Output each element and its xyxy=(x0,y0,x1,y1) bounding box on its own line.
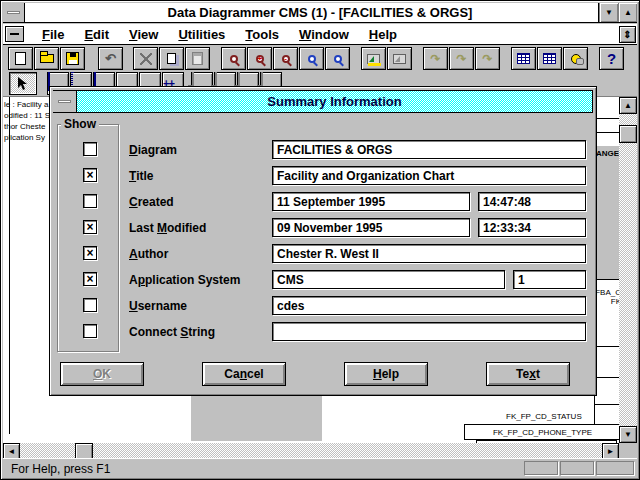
new-icon xyxy=(9,48,32,69)
zoom-in-icon: + xyxy=(248,48,271,69)
window-title: Data Diagrammer CMS (1) - [FACILITIES & … xyxy=(3,5,637,20)
undo-button[interactable]: ↶ xyxy=(98,47,123,70)
zoom-page-button[interactable] xyxy=(299,47,324,70)
entity-box xyxy=(595,98,622,146)
open-button[interactable] xyxy=(34,47,59,70)
navigate-forward-button[interactable]: ↷ xyxy=(449,47,474,70)
select-tool-button[interactable] xyxy=(9,72,37,95)
cut-icon xyxy=(134,48,157,69)
status-cell xyxy=(560,461,594,475)
help-button[interactable]: ? xyxy=(599,47,624,70)
help-dialog-button[interactable]: Help xyxy=(344,362,428,386)
menu-help[interactable]: Help xyxy=(359,27,407,42)
save-button[interactable] xyxy=(60,47,85,70)
field-diagram[interactable]: FACILITIES & ORGS xyxy=(272,140,586,159)
field-modified-date[interactable]: 09 November 1995 xyxy=(272,218,470,237)
checkbox-title[interactable]: × xyxy=(83,168,97,182)
help-icon: ? xyxy=(600,48,623,69)
menu-bar: File Edit View Utilities Tools Window He… xyxy=(3,24,637,45)
fk-phone-type-box: FK_FP_CD_PHONE_TYPE xyxy=(464,424,621,440)
fk-phone-type-label: FK_FP_CD_PHONE_TYPE xyxy=(493,428,592,437)
label-connect-string: Connect String xyxy=(129,325,215,339)
mdi-restore-button[interactable]: ⇕ xyxy=(619,26,636,43)
maximize-button[interactable]: ▲ xyxy=(618,3,637,22)
scroll-up-button[interactable]: ▲ xyxy=(619,97,637,114)
label-diagram: Diagram xyxy=(129,143,177,157)
application-window: Data Diagrammer CMS (1) - [FACILITIES & … xyxy=(0,0,640,480)
menu-tools[interactable]: Tools xyxy=(235,27,289,42)
status-message: For Help, press F1 xyxy=(11,462,110,476)
table-usages-button[interactable] xyxy=(537,47,562,70)
navigate-up-button[interactable]: ↷ xyxy=(423,47,448,70)
minimize-button[interactable]: ▼ xyxy=(599,3,618,22)
zoom-out-button[interactable]: - xyxy=(273,47,298,70)
checkbox-diagram[interactable] xyxy=(83,142,97,156)
dialog-title-bar: Summary Information xyxy=(53,90,593,113)
navigate-back-button[interactable]: ↷ xyxy=(475,47,500,70)
vertical-scrollbar-track[interactable] xyxy=(619,97,637,443)
copy-button[interactable] xyxy=(159,47,184,70)
fit-diagram-button[interactable] xyxy=(361,47,386,70)
entity-gray-block: ANGEM xyxy=(595,146,622,279)
entity-gray-box xyxy=(191,396,322,441)
menu-view[interactable]: View xyxy=(119,27,168,42)
navigate-back-icon: ↷ xyxy=(476,48,499,69)
text-button[interactable]: Text xyxy=(486,362,570,386)
menu-window[interactable]: Window xyxy=(289,27,359,42)
dialog-row-modified: × Last Modified 09 November 1995 12:33:3… xyxy=(50,218,596,238)
ok-button[interactable]: OK xyxy=(60,362,144,386)
dialog-title: Summary Information xyxy=(77,94,592,109)
requirements-button[interactable] xyxy=(563,47,588,70)
zoom-in-button[interactable]: + xyxy=(247,47,272,70)
table-definition-button[interactable] xyxy=(511,47,536,70)
vertical-scrollbar[interactable]: ▲ ▼ xyxy=(619,97,637,443)
diagram-text-fragment: odified : 11 S xyxy=(4,111,50,120)
summary-information-dialog: Summary Information Show Diagram FACILIT… xyxy=(49,86,597,396)
expand-diagram-button[interactable] xyxy=(387,47,412,70)
diagram-page-edge xyxy=(9,97,10,434)
field-username[interactable]: cdes xyxy=(272,296,586,315)
field-created-date[interactable]: 11 September 1995 xyxy=(272,192,470,211)
label-application-system: Application System xyxy=(129,273,240,287)
diagram-text-fragment: le : Facility a xyxy=(4,100,50,109)
cut-button[interactable] xyxy=(133,47,158,70)
mdi-system-menu-icon xyxy=(10,33,19,35)
dialog-row-author: × Author Chester R. West II xyxy=(50,244,596,264)
mdi-child-system-button[interactable] xyxy=(5,26,24,42)
menu-utilities[interactable]: Utilities xyxy=(168,27,235,42)
scroll-down-button[interactable]: ▼ xyxy=(619,426,637,443)
new-button[interactable] xyxy=(8,47,33,70)
dialog-row-title: × Title Facility and Organization Chart xyxy=(50,166,596,186)
cancel-button[interactable]: Cancel xyxy=(202,362,286,386)
checkbox-connect-string[interactable] xyxy=(83,324,97,338)
field-connect-string[interactable] xyxy=(272,322,586,341)
field-application-version[interactable]: 1 xyxy=(513,270,586,289)
dialog-system-menu-button[interactable] xyxy=(53,90,77,113)
pointer-icon xyxy=(10,73,36,94)
diagram-text-fragment: plication Sy xyxy=(4,133,50,142)
field-created-time[interactable]: 14:47:48 xyxy=(478,192,586,211)
paste-button[interactable] xyxy=(185,47,210,70)
table-definition-icon xyxy=(512,48,535,69)
vertical-scrollbar-thumb[interactable] xyxy=(619,125,637,143)
field-modified-time[interactable]: 12:33:34 xyxy=(478,218,586,237)
checkbox-author[interactable]: × xyxy=(83,246,97,260)
checkbox-application-system[interactable]: × xyxy=(83,272,97,286)
zoom-pan-icon xyxy=(326,48,349,69)
dialog-row-application-system: × Application System CMS 1 xyxy=(50,270,596,290)
undo-icon: ↶ xyxy=(99,48,122,69)
zoom-pan-button[interactable] xyxy=(325,47,350,70)
menu-file[interactable]: File xyxy=(32,27,74,42)
checkbox-username[interactable] xyxy=(83,298,97,312)
checkbox-modified[interactable]: × xyxy=(83,220,97,234)
field-title[interactable]: Facility and Organization Chart xyxy=(272,166,586,185)
field-application-system[interactable]: CMS xyxy=(272,270,505,289)
field-author[interactable]: Chester R. West II xyxy=(272,244,586,263)
entity-box: FBA_C FK xyxy=(595,279,622,346)
menu-edit[interactable]: Edit xyxy=(74,27,119,42)
checkbox-created[interactable] xyxy=(83,194,97,208)
title-bar: Data Diagrammer CMS (1) - [FACILITIES & … xyxy=(3,3,637,23)
zoom-button[interactable] xyxy=(221,47,246,70)
fk-label: FBA_C xyxy=(595,280,622,297)
show-group-label: Show xyxy=(61,117,99,131)
